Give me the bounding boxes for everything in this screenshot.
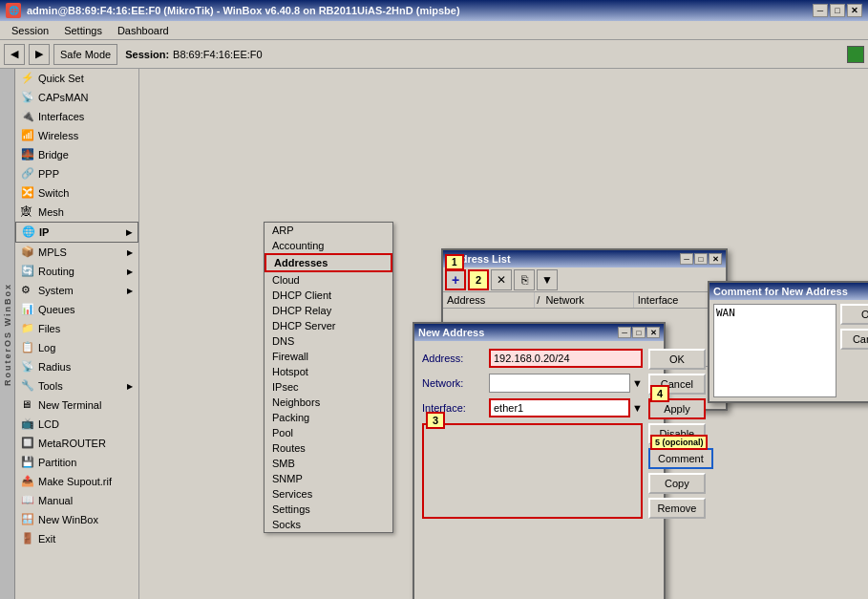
minimize-button[interactable]: ─ xyxy=(813,4,828,17)
add-address-button[interactable]: + 1 xyxy=(445,269,466,290)
sidebar-item-label: MPLS xyxy=(38,246,67,258)
window-controls: ─ □ ✕ xyxy=(813,4,862,17)
ip-submenu-snmp[interactable]: SNMP xyxy=(265,471,392,486)
new-addr-max-btn[interactable]: □ xyxy=(632,327,646,338)
sidebar-item-bridge[interactable]: 🌉 Bridge xyxy=(15,145,138,164)
addr-btn-4[interactable]: ⎘ xyxy=(514,269,535,290)
sidebar-item-mesh[interactable]: 🕸 Mesh xyxy=(15,203,138,222)
address-list-titlebar: Address List ─ □ ✕ xyxy=(443,250,726,267)
ip-submenu-socks[interactable]: Socks xyxy=(265,517,392,532)
toolbar: ◀ ▶ Safe Mode Session: B8:69:F4:16:EE:F0 xyxy=(0,40,868,69)
addr-list-max-btn[interactable]: □ xyxy=(694,253,708,265)
sidebar-item-ppp[interactable]: 🔗 PPP xyxy=(15,164,138,183)
remove-button[interactable]: Remove xyxy=(648,498,706,519)
sidebar-item-log[interactable]: 📋 Log xyxy=(15,338,138,357)
comment-textarea[interactable]: WAN xyxy=(713,304,836,397)
comment-ok-button[interactable]: OK xyxy=(840,304,868,325)
sidebar-item-system[interactable]: ⚙ System xyxy=(15,281,138,300)
sidebar-item-partition[interactable]: 💾 Partition xyxy=(15,453,138,472)
ip-submenu-addresses[interactable]: Addresses xyxy=(265,253,392,272)
menu-settings[interactable]: Settings xyxy=(56,23,110,38)
sidebar-item-new-winbox[interactable]: 🪟 New WinBox xyxy=(15,510,138,529)
step2-label-text: 2 xyxy=(476,274,481,286)
addr-list-close-btn[interactable]: ✕ xyxy=(709,253,722,265)
step2-button[interactable]: 2 xyxy=(468,269,489,290)
close-button[interactable]: ✕ xyxy=(847,4,862,17)
ip-submenu-packing[interactable]: Packing xyxy=(265,410,392,425)
bridge-icon: 🌉 xyxy=(21,148,34,161)
ip-submenu-smb[interactable]: SMB xyxy=(265,456,392,471)
ip-submenu-dhcp-client[interactable]: DHCP Client xyxy=(265,288,392,303)
comment-dialog-buttons: OK Cancel xyxy=(840,304,868,397)
sidebar-item-label: Interfaces xyxy=(38,111,84,122)
sidebar-item-manual[interactable]: 📖 Manual xyxy=(15,491,138,510)
ip-submenu-ipsec[interactable]: IPsec xyxy=(265,379,392,395)
ip-submenu-dns[interactable]: DNS xyxy=(265,333,392,349)
addr-btn-3[interactable]: ✕ xyxy=(491,269,512,290)
col-address: Address xyxy=(443,292,535,308)
sidebar-item-switch[interactable]: 🔀 Switch xyxy=(15,183,138,203)
sidebar-item-metarouter[interactable]: 🔲 MetaROUTER xyxy=(15,434,138,453)
interface-dropdown-btn[interactable]: ▼ xyxy=(632,402,643,414)
mesh-icon: 🕸 xyxy=(21,205,34,219)
sidebar-item-label: Log xyxy=(38,342,55,353)
terminal-icon: 🖥 xyxy=(21,398,34,412)
window-title: admin@B8:69:F4:16:EE:F0 (MikroTik) - Win… xyxy=(27,5,813,16)
new-addr-min-btn[interactable]: ─ xyxy=(618,327,631,338)
network-input[interactable] xyxy=(489,374,630,393)
sidebar-item-radius[interactable]: 📡 Radius xyxy=(15,357,138,376)
ip-submenu-neighbors[interactable]: Neighbors xyxy=(265,395,392,410)
new-address-dialog: New Address ─ □ ✕ Address: Network: ▼ xyxy=(413,322,666,599)
sidebar-item-new-terminal[interactable]: 🖥 New Terminal xyxy=(15,396,138,415)
sidebar-item-make-supout[interactable]: 📤 Make Supout.rif xyxy=(15,472,138,491)
ip-icon: 🌐 xyxy=(22,225,35,239)
sidebar-item-mpls[interactable]: 📦 MPLS xyxy=(15,243,138,262)
sidebar-item-lcd[interactable]: 📺 LCD xyxy=(15,415,138,434)
safe-mode-button[interactable]: Safe Mode xyxy=(53,44,117,65)
ip-submenu-pool[interactable]: Pool xyxy=(265,425,392,440)
sidebar-item-label: Wireless xyxy=(38,130,78,141)
sidebar-item-label: MetaROUTER xyxy=(38,438,106,449)
interface-input[interactable] xyxy=(489,398,630,417)
address-input[interactable] xyxy=(489,349,643,368)
ip-submenu-firewall[interactable]: Firewall xyxy=(265,349,392,364)
sidebar-item-files[interactable]: 📁 Files xyxy=(15,319,138,338)
sidebar-item-label: Mesh xyxy=(38,206,64,218)
new-addr-close-btn[interactable]: ✕ xyxy=(646,327,660,338)
sidebar-item-queues[interactable]: 📊 Queues xyxy=(15,300,138,319)
sidebar-item-quick-set[interactable]: ⚡ Quick Set xyxy=(15,69,138,88)
ip-submenu-dhcp-server[interactable]: DHCP Server xyxy=(265,318,392,333)
ip-submenu-settings[interactable]: Settings xyxy=(265,502,392,517)
comment-cancel-button[interactable]: Cancel xyxy=(840,329,868,350)
wireless-icon: 📶 xyxy=(21,129,34,142)
ok-button[interactable]: OK xyxy=(648,349,706,370)
addr-filter-btn[interactable]: ▼ xyxy=(537,269,558,290)
sidebar-item-interfaces[interactable]: 🔌 Interfaces xyxy=(15,107,138,126)
comment-button[interactable]: Comment xyxy=(648,448,713,469)
sidebar-item-exit[interactable]: 🚪 Exit xyxy=(15,529,138,548)
back-button[interactable]: ◀ xyxy=(4,44,25,65)
new-winbox-icon: 🪟 xyxy=(21,513,34,526)
sidebar-item-tools[interactable]: 🔧 Tools xyxy=(15,376,138,396)
menu-session[interactable]: Session xyxy=(4,23,56,38)
ip-submenu-dhcp-relay[interactable]: DHCP Relay xyxy=(265,303,392,318)
sidebar-item-wireless[interactable]: 📶 Wireless xyxy=(15,126,138,145)
sidebar-item-capsman[interactable]: 📡 CAPsMAN xyxy=(15,88,138,107)
network-dropdown-btn[interactable]: ▼ xyxy=(632,377,643,389)
ip-submenu-hotspot[interactable]: Hotspot xyxy=(265,364,392,379)
sidebar-item-ip[interactable]: 🌐 IP xyxy=(15,222,138,243)
ip-submenu: ARP Accounting Addresses Cloud DHCP Clie… xyxy=(264,222,393,533)
interfaces-icon: 🔌 xyxy=(21,110,34,123)
sidebar-item-label: New Terminal xyxy=(38,399,101,411)
addr-list-min-btn[interactable]: ─ xyxy=(680,253,693,265)
forward-button[interactable]: ▶ xyxy=(29,44,50,65)
ip-submenu-services[interactable]: Services xyxy=(265,486,392,502)
ip-submenu-arp[interactable]: ARP xyxy=(265,223,392,238)
menu-dashboard[interactable]: Dashboard xyxy=(110,23,177,38)
ip-submenu-accounting[interactable]: Accounting xyxy=(265,238,392,253)
sidebar-item-routing[interactable]: 🔄 Routing xyxy=(15,262,138,281)
ip-submenu-cloud[interactable]: Cloud xyxy=(265,272,392,288)
maximize-button[interactable]: □ xyxy=(830,4,845,17)
ip-submenu-routes[interactable]: Routes xyxy=(265,440,392,456)
copy-button[interactable]: Copy xyxy=(648,473,706,494)
